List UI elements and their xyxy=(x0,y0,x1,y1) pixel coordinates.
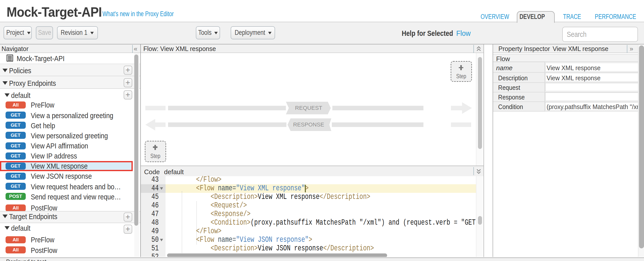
svg-text:REQUEST: REQUEST xyxy=(295,105,322,111)
svg-text:RESPONSE: RESPONSE xyxy=(293,121,324,128)
